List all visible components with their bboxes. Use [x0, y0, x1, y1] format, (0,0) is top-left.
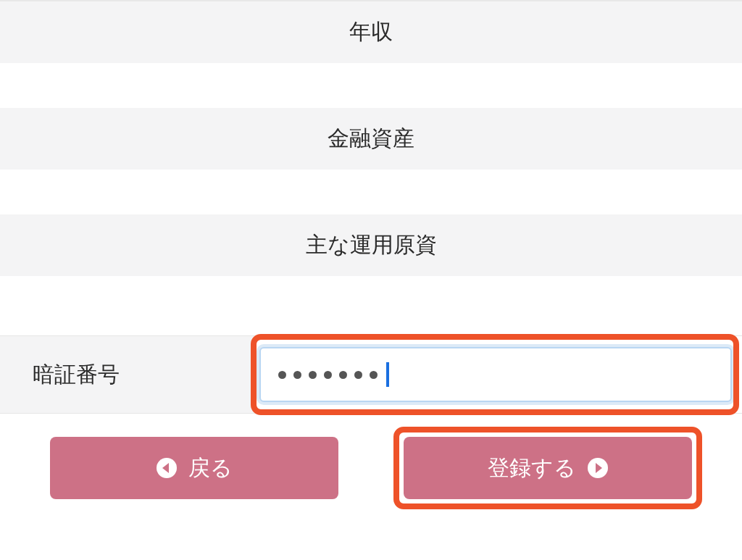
chevron-right-icon [588, 458, 608, 478]
chevron-left-icon [157, 458, 177, 478]
back-button-wrapper: 戻る [50, 437, 338, 499]
section-gap [0, 170, 742, 214]
pin-input[interactable] [259, 347, 732, 402]
back-button-label: 戻る [188, 454, 233, 483]
submit-button[interactable]: 登録する [404, 437, 692, 499]
section-label: 年収 [349, 20, 393, 43]
section-label: 主な運用原資 [306, 233, 437, 256]
pin-row: 暗証番号 [0, 335, 742, 414]
section-header-funds: 主な運用原資 [0, 214, 742, 276]
pin-label: 暗証番号 [33, 360, 120, 390]
submit-button-wrapper: 登録する [404, 437, 692, 499]
section-gap [0, 276, 742, 335]
button-row: 戻る 登録する [0, 437, 742, 499]
pin-input-cell [254, 336, 742, 413]
pin-label-cell: 暗証番号 [0, 336, 254, 413]
section-label: 金融資産 [328, 126, 414, 150]
section-header-assets: 金融資産 [0, 108, 742, 170]
back-button[interactable]: 戻る [50, 437, 338, 499]
section-header-income: 年収 [0, 1, 742, 63]
submit-button-label: 登録する [488, 454, 576, 483]
section-gap [0, 63, 742, 108]
